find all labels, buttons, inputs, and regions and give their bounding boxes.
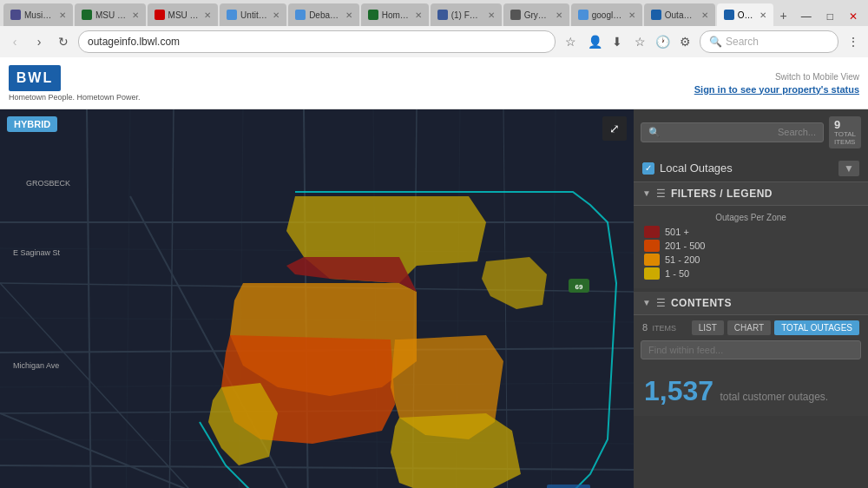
minimize-button[interactable]: — bbox=[794, 7, 819, 26]
tab-bar: Music Th... ✕ MSU Eve... ✕ MSU Coll... ✕… bbox=[0, 0, 868, 26]
tab-msu-events[interactable]: MSU Eve... ✕ bbox=[75, 3, 146, 26]
items-label-text: ITEMS bbox=[652, 324, 676, 333]
maximize-button[interactable]: □ bbox=[820, 7, 840, 26]
forward-button[interactable]: › bbox=[30, 32, 49, 51]
tab-favicon-facebook bbox=[437, 10, 448, 20]
tab-label-homepa: Homepa... bbox=[382, 10, 410, 20]
bookmark-manager-icon[interactable]: ☆ bbox=[630, 32, 649, 51]
tab-close-facebook[interactable]: ✕ bbox=[488, 10, 495, 20]
legend-row-51: 51 - 200 bbox=[644, 254, 858, 266]
view-buttons: LIST CHART TOTAL OUTAGES bbox=[692, 320, 859, 335]
tab-music[interactable]: Music Th... ✕ bbox=[3, 3, 73, 26]
tab-debate[interactable]: Debate R... ✕ bbox=[288, 3, 359, 26]
extensions-icon[interactable]: ⋮ bbox=[844, 32, 863, 51]
profile-icon[interactable]: 👤 bbox=[585, 32, 604, 51]
search-box[interactable]: 🔍 Search bbox=[700, 30, 838, 53]
sidebar-search-icon: 🔍 bbox=[648, 127, 661, 138]
tab-google[interactable]: google sc... ✕ bbox=[571, 3, 642, 26]
legend-label-1: 1 - 50 bbox=[665, 268, 689, 279]
sidebar-search-placeholder: Search... bbox=[778, 127, 816, 137]
contents-section-header[interactable]: ▼ ☰ CONTENTS bbox=[634, 292, 868, 315]
window-controls: — □ ✕ bbox=[794, 7, 865, 26]
legend-color-51 bbox=[644, 254, 660, 266]
bwl-header: BWL Hometown People. Hometown Power. Swi… bbox=[0, 57, 868, 109]
feed-search-input[interactable] bbox=[641, 340, 861, 359]
list-view-button[interactable]: LIST bbox=[692, 320, 724, 335]
tab-favicon-google bbox=[578, 10, 589, 20]
legend-row-501: 501 + bbox=[644, 226, 858, 238]
chart-view-button[interactable]: CHART bbox=[727, 320, 771, 335]
outage-count-display: 1,537 total customer outages. bbox=[634, 366, 868, 416]
total-badge: 9 TOTALITEMS bbox=[829, 116, 861, 148]
search-placeholder: Search bbox=[726, 36, 759, 48]
map-top-bar: HYBRID bbox=[7, 116, 57, 132]
bwl-logo: BWL bbox=[9, 65, 141, 91]
search-icon: 🔍 bbox=[709, 36, 722, 48]
local-outages-checkbox[interactable]: ✓ bbox=[642, 162, 654, 175]
tab-close-msu-coll[interactable]: ✕ bbox=[204, 10, 211, 20]
tab-close-outa[interactable]: ✕ bbox=[760, 10, 766, 20]
tab-msu-coll[interactable]: MSU Coll... ✕ bbox=[148, 3, 219, 26]
back-button[interactable]: ‹ bbox=[5, 32, 24, 51]
tab-outage-c[interactable]: Outage C... ✕ bbox=[644, 3, 715, 26]
tab-favicon-gryphon4 bbox=[510, 10, 521, 20]
close-window-button[interactable]: ✕ bbox=[842, 7, 865, 26]
contents-icon: ☰ bbox=[656, 297, 666, 309]
map-fullscreen-button[interactable]: ⤢ bbox=[602, 116, 627, 141]
legend-color-501 bbox=[644, 226, 660, 238]
local-outages-expand-button[interactable]: ▼ bbox=[838, 161, 859, 176]
tab-close-untitled[interactable]: ✕ bbox=[273, 10, 279, 20]
tab-outa-active[interactable]: Outa... ✕ bbox=[717, 3, 773, 26]
tab-gryphon4[interactable]: Gryphon4 ✕ bbox=[503, 3, 569, 26]
tab-close-homepa[interactable]: ✕ bbox=[415, 10, 422, 20]
local-outages-header[interactable]: ✓ Local Outages ▼ bbox=[634, 155, 868, 182]
tab-homepa[interactable]: Homepa... ✕ bbox=[361, 3, 429, 26]
tab-close-debate[interactable]: ✕ bbox=[345, 10, 352, 20]
bwl-tagline: Hometown People. Hometown Power. bbox=[9, 93, 141, 102]
hybrid-mode-button[interactable]: HYBRID bbox=[7, 116, 57, 132]
sidebar-search-input[interactable]: 🔍 Search... bbox=[641, 122, 824, 142]
svg-marker-34 bbox=[391, 413, 521, 488]
new-tab-button[interactable]: + bbox=[775, 5, 792, 26]
history-icon[interactable]: 🕐 bbox=[653, 32, 672, 51]
tab-close-google[interactable]: ✕ bbox=[628, 10, 635, 20]
tab-close-outage-c[interactable]: ✕ bbox=[701, 10, 708, 20]
legend-label-501: 501 + bbox=[665, 227, 689, 237]
switch-to-mobile-link[interactable]: Switch to Mobile View bbox=[775, 72, 859, 82]
tab-favicon-untitled bbox=[227, 10, 237, 20]
items-count-row: 8 ITEMS LIST CHART TOTAL OUTAGES bbox=[634, 315, 868, 340]
settings-icon[interactable]: ⚙ bbox=[675, 32, 694, 51]
total-items-number: 9 bbox=[834, 118, 856, 131]
signin-link[interactable]: Sign in to see your property's status bbox=[694, 84, 859, 95]
legend-label-201: 201 - 500 bbox=[665, 241, 705, 251]
address-box[interactable]: outageinfo.lbwl.com bbox=[78, 30, 556, 53]
tab-favicon-music bbox=[10, 10, 21, 20]
tab-favicon-outage-c bbox=[651, 10, 661, 20]
tab-favicon-msu-coll bbox=[155, 10, 165, 20]
filters-section-header[interactable]: ▼ ☰ FILTERS / LEGEND bbox=[634, 182, 868, 206]
main-area: 69 0.6mi bbox=[0, 109, 868, 488]
total-outages-view-button[interactable]: TOTAL OUTAGES bbox=[774, 320, 859, 335]
download-icon[interactable]: ⬇ bbox=[608, 32, 627, 51]
filters-section: ▼ ☰ FILTERS / LEGEND Outages Per Zone 50… bbox=[634, 182, 868, 288]
legend-row-1: 1 - 50 bbox=[644, 267, 858, 280]
tab-label-gryphon4: Gryphon4 bbox=[524, 10, 550, 20]
tab-close-gryphon4[interactable]: ✕ bbox=[556, 10, 562, 20]
legend-title: Outages Per Zone bbox=[644, 213, 858, 222]
tab-close-msu-events[interactable]: ✕ bbox=[132, 10, 139, 20]
tab-close-music[interactable]: ✕ bbox=[59, 10, 66, 20]
tab-label-outa: Outa... bbox=[738, 10, 754, 20]
toolbar-icons: 👤 ⬇ ☆ 🕐 ⚙ bbox=[585, 32, 694, 51]
tab-untitled[interactable]: Untitled ... ✕ bbox=[220, 3, 286, 26]
refresh-button[interactable]: ↻ bbox=[54, 32, 73, 51]
contents-expand-icon: ▼ bbox=[642, 298, 651, 307]
bwl-watermark: BWL bbox=[547, 485, 590, 488]
svg-marker-36 bbox=[482, 257, 547, 309]
tab-favicon-homepa bbox=[368, 10, 378, 20]
tab-label-google: google sc... bbox=[592, 10, 623, 20]
bwl-logo-box: BWL bbox=[9, 65, 61, 91]
tab-facebook[interactable]: (1) Faceb... ✕ bbox=[431, 3, 502, 26]
tab-favicon-msu-events bbox=[82, 10, 92, 20]
filter-legend-content: Outages Per Zone 501 + 201 - 500 51 - 20… bbox=[634, 206, 868, 288]
bookmark-button[interactable]: ☆ bbox=[561, 32, 580, 51]
